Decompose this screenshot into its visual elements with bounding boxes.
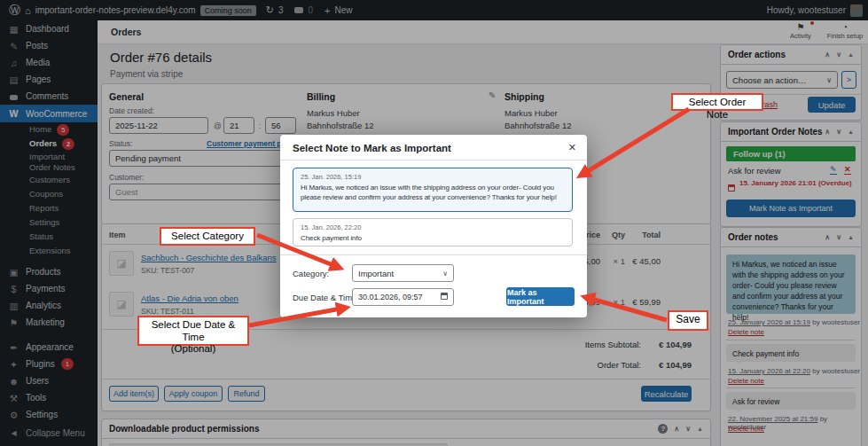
category-label: Category:	[293, 269, 329, 278]
modal-title: Select Note to Mark as Important	[293, 143, 451, 153]
modal-note-option[interactable]: 15. Jan. 2026, 22:20 Check payment info	[293, 218, 573, 246]
category-select[interactable]: Important∨	[352, 264, 454, 282]
category-value: Important	[358, 269, 394, 278]
due-date-input[interactable]: 30.01.2026, 09:57	[352, 288, 454, 306]
modal-note-option-selected[interactable]: 25. Jan. 2026, 15:19 Hi Markus, we notic…	[293, 168, 573, 212]
callout-line: Select Due Date & Time	[152, 319, 236, 342]
callout-select-due-date: Select Due Date & Time(Optional)	[137, 316, 249, 346]
callout-line: (Optional)	[171, 343, 216, 354]
callout-select-category: Select Category	[160, 227, 255, 246]
note-date: 25. Jan. 2026, 15:19	[301, 173, 572, 181]
mark-as-important-button[interactable]: Mark as Important	[506, 287, 575, 306]
callout-save: Save	[668, 310, 708, 331]
note-text: Check payment info	[301, 233, 565, 243]
due-date-value: 30.01.2026, 09:57	[358, 293, 423, 301]
note-date: 15. Jan. 2026, 22:20	[301, 223, 572, 231]
close-icon[interactable]: ✕	[568, 142, 576, 153]
callout-select-order-note: Select Order Note	[671, 93, 763, 111]
calendar-icon	[441, 293, 448, 301]
due-date-label: Due Date & Time:	[293, 293, 359, 302]
note-text: Hi Markus, we noticed an issue with the …	[301, 183, 565, 202]
select-note-modal: Select Note to Mark as Important ✕ 25. J…	[280, 135, 587, 317]
wordpress-admin-screen: Ⓦ ⌂ important-order-notes-preview.del4y.…	[0, 0, 868, 446]
chevron-down-icon: ∨	[442, 270, 448, 278]
